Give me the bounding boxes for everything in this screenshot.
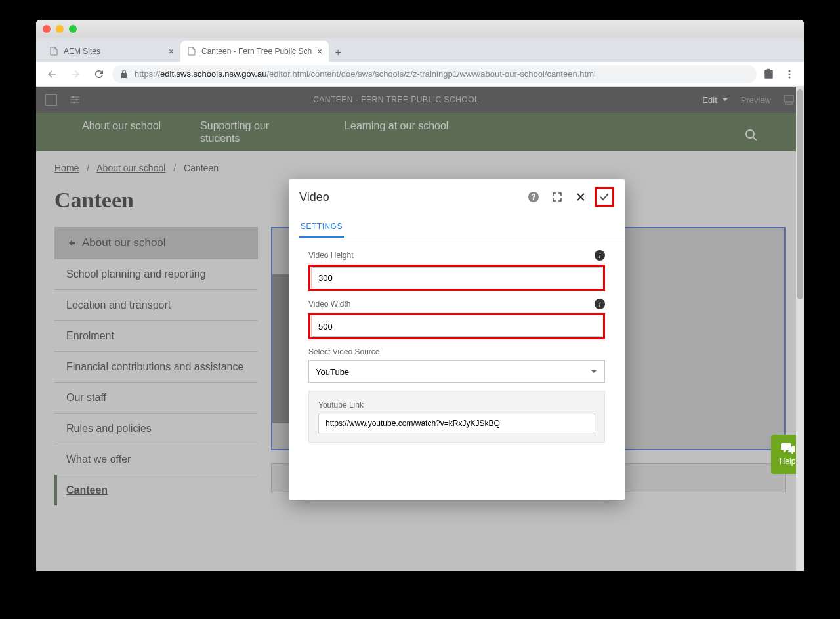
svg-point-2: [789, 76, 791, 78]
svg-point-0: [789, 70, 791, 72]
mac-titlebar: [36, 20, 804, 38]
tab-settings[interactable]: SETTINGS: [299, 215, 344, 238]
scrollbar[interactable]: [796, 87, 804, 571]
reload-button[interactable]: [89, 64, 110, 85]
dialog-actions: ?: [524, 187, 614, 207]
video-height-label: Video Height i: [308, 250, 605, 261]
page-icon: [187, 47, 196, 56]
lock-icon: [120, 70, 129, 79]
info-icon[interactable]: i: [595, 299, 605, 309]
browser-tabs-bar: AEM Sites × Canteen - Fern Tree Public S…: [36, 38, 804, 62]
video-width-input[interactable]: [311, 316, 602, 337]
svg-text:?: ?: [531, 192, 536, 202]
video-source-label: Select Video Source: [308, 347, 605, 356]
dialog-title: Video: [299, 190, 329, 204]
dialog-header: Video ?: [289, 179, 625, 215]
forward-button[interactable]: [65, 64, 86, 85]
page-icon: [49, 47, 58, 56]
browser-tab-active[interactable]: Canteen - Fern Tree Public Sch ×: [180, 41, 329, 62]
info-icon[interactable]: i: [595, 250, 605, 261]
extension-icon[interactable]: [759, 65, 778, 83]
video-height-input[interactable]: [311, 267, 602, 288]
close-tab-icon[interactable]: ×: [169, 46, 174, 56]
video-dialog: Video ? SETTINGS Video Height: [289, 179, 625, 500]
dialog-body: Video Height i Video Width i Select Vide…: [289, 238, 625, 451]
tab-title: AEM Sites: [64, 47, 100, 56]
video-source-select[interactable]: YouTube: [308, 360, 605, 383]
fullscreen-icon[interactable]: [547, 187, 567, 207]
browser-window: AEM Sites × Canteen - Fern Tree Public S…: [36, 20, 804, 571]
youtube-link-input[interactable]: [318, 414, 595, 433]
browser-menu-icon[interactable]: [780, 65, 799, 83]
address-bar: https://edit.sws.schools.nsw.gov.au/edit…: [36, 62, 804, 87]
url-field[interactable]: https://edit.sws.schools.nsw.gov.au/edit…: [112, 65, 757, 83]
window-controls: [43, 25, 77, 33]
minimize-window-button[interactable]: [56, 25, 64, 33]
new-tab-button[interactable]: +: [329, 43, 347, 62]
back-button[interactable]: [41, 64, 62, 85]
youtube-link-label: Youtube Link: [318, 400, 595, 410]
url-text: https://edit.sws.schools.nsw.gov.au/edit…: [135, 69, 596, 79]
close-window-button[interactable]: [43, 25, 51, 33]
help-label: Help: [780, 457, 796, 466]
dialog-tabs: SETTINGS: [289, 215, 625, 238]
highlighted-field: [308, 265, 605, 291]
tab-title: Canteen - Fern Tree Public Sch: [201, 47, 312, 56]
close-icon[interactable]: [571, 187, 591, 207]
highlighted-field: [308, 313, 605, 339]
browser-tab[interactable]: AEM Sites ×: [43, 41, 180, 62]
youtube-link-group: Youtube Link: [308, 391, 605, 443]
maximize-window-button[interactable]: [69, 25, 77, 33]
video-width-label: Video Width i: [308, 299, 605, 309]
help-icon[interactable]: ?: [524, 187, 543, 207]
chevron-down-icon: [590, 368, 598, 375]
confirm-button[interactable]: [595, 187, 614, 207]
svg-point-1: [789, 73, 791, 75]
close-tab-icon[interactable]: ×: [317, 46, 322, 56]
chat-icon: [780, 442, 795, 454]
select-value: YouTube: [316, 367, 349, 377]
scrollbar-thumb[interactable]: [797, 89, 803, 299]
